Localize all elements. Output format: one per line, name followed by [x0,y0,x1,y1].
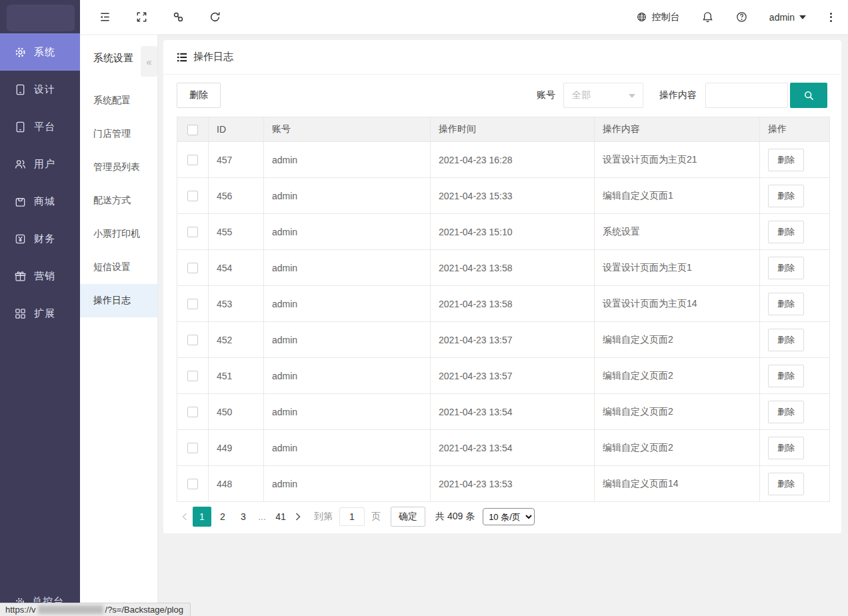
cell-time: 2021-04-23 13:57 [431,322,595,358]
sidebar-item-label: 营销 [34,270,55,283]
table-row: 448admin2021-04-23 13:53编辑自定义页面14删除 [177,466,830,502]
cell-account: admin [264,358,431,394]
cell-id: 450 [209,394,264,430]
submenu-item-4[interactable]: 小票打印机 [80,217,157,251]
search-button[interactable] [790,83,827,108]
row-checkbox[interactable] [187,227,198,237]
cell-account: admin [264,142,431,178]
status-url-suffix: /?s=/Backstage/plog [105,605,183,615]
console-link[interactable]: 控制台 [636,11,680,23]
row-delete-button[interactable]: 删除 [768,185,804,207]
link-icon[interactable] [172,11,185,23]
next-page-button[interactable] [290,507,306,527]
gift-icon [14,270,27,283]
sidebar-item-finance[interactable]: 财务 [0,220,80,257]
page-title: 操作日志 [193,51,233,63]
kebab-menu-icon[interactable] [827,11,835,23]
row-checkbox[interactable] [187,155,198,165]
row-checkbox[interactable] [187,299,198,309]
page-numbers: 123...41 [193,507,290,527]
collapse-sidebar-button[interactable]: « [141,46,157,77]
page-size-select[interactable]: 10 条/页 [483,508,535,525]
globe-icon [636,11,647,23]
sidebar-item-mall[interactable]: 商城 [0,183,80,220]
fold-menu-icon[interactable] [99,11,111,23]
row-delete-button[interactable]: 删除 [768,473,804,495]
page-button-1[interactable]: 1 [193,507,211,527]
sidebar-item-platform[interactable]: 平台 [0,108,80,145]
bell-icon[interactable] [701,11,714,23]
page-button-3[interactable]: 3 [234,507,253,527]
row-checkbox[interactable] [187,371,198,381]
row-delete-button[interactable]: 删除 [768,365,804,387]
goto-page-input[interactable] [339,507,365,526]
cell-id: 451 [209,358,264,394]
row-delete-button[interactable]: 删除 [768,221,804,243]
cell-content: 设置设计页面为主页14 [595,286,760,322]
cell-content: 设置设计页面为主页1 [595,250,760,286]
cell-content: 系统设置 [595,214,760,250]
sidebar-item-system[interactable]: 系统 [0,33,80,71]
cell-time: 2021-04-23 13:53 [431,466,595,502]
sidebar-item-design[interactable]: 设计 [0,71,80,108]
cell-id: 453 [209,286,264,322]
content-filter-label: 操作内容 [659,89,697,101]
row-delete-button[interactable]: 删除 [768,149,804,171]
row-checkbox[interactable] [187,335,198,345]
sidebar-item-label: 扩展 [34,307,55,320]
row-checkbox[interactable] [187,443,198,453]
page-unit-label: 页 [371,511,381,523]
account-filter-label: 账号 [537,89,555,101]
page-button-41[interactable]: 41 [271,507,290,527]
select-all-checkbox[interactable] [187,125,198,135]
row-delete-button[interactable]: 删除 [768,437,804,459]
row-checkbox[interactable] [187,191,198,201]
table-row: 449admin2021-04-23 13:54编辑自定义页面2删除 [177,430,830,466]
bag-icon [14,195,27,208]
goto-page-label: 到第 [314,511,333,523]
row-checkbox[interactable] [187,407,198,417]
submenu-item-3[interactable]: 配送方式 [80,184,157,217]
sidebar-item-users[interactable]: 用户 [0,145,80,183]
row-checkbox[interactable] [187,479,198,489]
topbar-right: 控制台 admin [636,11,848,23]
row-delete-button[interactable]: 删除 [768,401,804,423]
row-delete-button[interactable]: 删除 [768,293,804,315]
sidebar-item-label: 用户 [34,158,55,171]
submenu-item-5[interactable]: 短信设置 [80,251,157,284]
sidebar-item-label: 设计 [34,83,55,96]
cell-account: admin [264,250,431,286]
refresh-icon[interactable] [209,11,221,23]
cell-content: 编辑自定义页面2 [595,322,760,358]
sidebar-item-label: 财务 [34,233,55,245]
sidebar-item-label: 平台 [34,121,55,133]
cell-content: 编辑自定义页面2 [595,358,760,394]
sidebar-item-marketing[interactable]: 营销 [0,257,80,295]
page-button-2[interactable]: 2 [213,507,232,527]
page-ellipsis: ... [255,507,269,527]
user-menu[interactable]: admin [769,12,806,23]
sidebar-item-extension[interactable]: 扩展 [0,295,80,332]
fullscreen-icon[interactable] [135,11,148,23]
content-search-input[interactable] [705,83,788,108]
row-checkbox[interactable] [187,263,198,273]
submenu-item-2[interactable]: 管理员列表 [80,151,157,184]
row-delete-button[interactable]: 删除 [768,329,804,351]
cell-id: 455 [209,214,264,250]
account-select[interactable]: 全部 [563,83,643,108]
cell-time: 2021-04-23 13:58 [431,250,595,286]
row-delete-button[interactable]: 删除 [768,257,804,279]
logo-placeholder [7,5,75,31]
help-icon[interactable] [735,11,748,23]
list-icon [177,52,187,63]
prev-page-button[interactable] [177,507,193,527]
cell-id: 449 [209,430,264,466]
toolbar: 删除 账号 全部 操作内容 [177,83,827,108]
submenu-item-0[interactable]: 系统配置 [80,84,157,117]
log-table: ID 账号 操作时间 操作内容 操作 457admin2021-04-23 16… [177,117,830,502]
header-id: ID [209,117,264,142]
bulk-delete-button[interactable]: 删除 [177,83,221,108]
submenu-item-6[interactable]: 操作日志 [80,284,157,317]
confirm-page-button[interactable]: 确定 [391,507,425,527]
submenu-item-1[interactable]: 门店管理 [80,117,157,151]
